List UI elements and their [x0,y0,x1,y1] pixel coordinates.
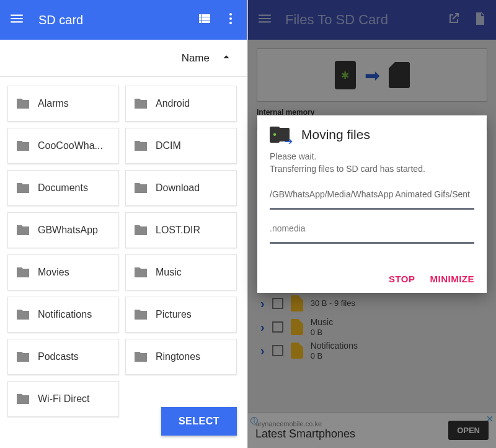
folder-icon [16,138,30,153]
folder-icon [133,307,148,322]
folder-label: Download [156,182,200,194]
folder-label: Podcasts [38,351,79,362]
folder-label: Android [156,98,190,109]
folder-item[interactable]: GBWhatsApp [7,212,119,248]
more-vert-icon[interactable] [223,11,238,29]
folder-item[interactable]: Movies [7,254,119,290]
folder-icon [133,265,148,280]
appbar-left: SD card [0,0,247,40]
folder-item[interactable]: Documents [7,170,119,206]
folder-label: Ringtones [156,351,200,362]
folder-icon [133,181,148,195]
folder-item[interactable]: LOST.DIR [125,212,237,248]
svg-point-1 [229,17,232,20]
folder-icon [16,223,30,238]
folder-icon [16,265,30,280]
dialog-line1: Please wait. [270,150,474,163]
progress-bar-folder [270,208,474,210]
folder-icon [16,349,30,364]
menu-icon[interactable] [9,11,25,29]
moving-files-dialog: ➔ Moving files Please wait. Transferring… [257,115,487,293]
folder-item[interactable]: Android [125,86,237,122]
folder-item[interactable]: CooCooWha... [7,128,119,164]
folder-item[interactable]: Download [125,170,237,206]
folder-label: CooCooWha... [38,140,103,151]
svg-point-2 [229,22,232,24]
chevron-up-icon [219,50,233,66]
folder-label: Alarms [38,98,69,109]
dialog-path: /GBWhatsApp/Media/WhatsApp Animated Gifs… [270,189,474,199]
folder-item[interactable]: Podcasts [7,339,119,375]
folder-item[interactable]: Alarms [7,86,119,122]
folder-icon [16,96,30,111]
folder-item[interactable]: Ringtones [125,339,237,375]
progress-bar-file [270,242,474,244]
view-list-icon[interactable] [197,11,212,29]
folder-label: LOST.DIR [156,225,200,236]
minimize-button[interactable]: MINIMIZE [430,274,475,284]
dialog-current-file: .nomedia [270,223,474,233]
folder-label: Wi-Fi Direct [38,393,90,405]
folder-label: Documents [38,182,88,194]
stop-button[interactable]: STOP [389,274,415,284]
select-button[interactable]: SELECT [161,407,237,436]
folder-label: Music [156,267,182,278]
folder-icon [133,223,148,238]
svg-point-0 [229,13,232,16]
folder-icon [133,96,148,111]
dialog-icon: ➔ [270,127,295,143]
page-title: SD card [38,13,186,27]
folder-label: DCIM [156,140,181,151]
folder-grid: AlarmsAndroidCooCooWha...DCIMDocumentsDo… [0,77,247,426]
pane-sdcard-browser: SD card Name AlarmsAndroidCooCooWha...DC… [0,0,248,448]
folder-icon [133,138,148,153]
folder-item[interactable]: Wi-Fi Direct [7,381,119,417]
folder-label: Pictures [156,309,192,320]
sort-label: Name [182,52,210,65]
folder-icon [16,307,30,322]
folder-icon [133,349,148,364]
folder-icon [16,392,30,406]
folder-label: GBWhatsApp [38,225,98,236]
dialog-title: Moving files [301,127,370,142]
folder-label: Notifications [38,309,92,320]
folder-item[interactable]: Pictures [125,297,237,333]
sort-bar[interactable]: Name [0,40,247,77]
dialog-line2: Transferring files to SD card has starte… [270,163,474,175]
folder-label: Movies [38,267,69,278]
folder-item[interactable]: DCIM [125,128,237,164]
folder-icon [16,181,30,195]
dialog-message: Please wait. Transferring files to SD ca… [270,150,474,176]
folder-item[interactable]: Music [125,254,237,290]
folder-item[interactable]: Notifications [7,297,119,333]
